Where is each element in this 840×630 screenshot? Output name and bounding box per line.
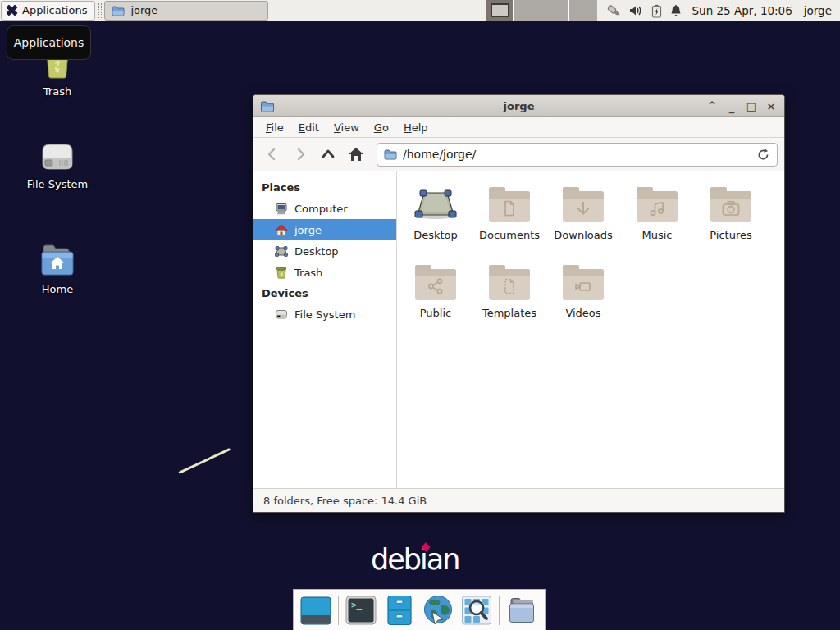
back-button[interactable] — [260, 142, 285, 167]
applications-menu-label: Applications — [22, 4, 87, 16]
menu-bar: File Edit View Go Help — [253, 117, 784, 138]
debian-logo-text: debian — [371, 543, 459, 576]
template-document-glyph-icon — [500, 277, 518, 295]
window-titlebar[interactable]: jorge ^ _ □ × — [253, 95, 784, 117]
window-title: jorge — [253, 100, 784, 112]
sidebar-item-desktop[interactable]: Desktop — [253, 240, 396, 262]
workspace-2[interactable] — [514, 0, 541, 21]
folder-label: Music — [642, 229, 673, 241]
app-finder-icon — [460, 594, 493, 627]
folder-item-downloads[interactable]: Downloads — [546, 180, 620, 258]
drive-icon — [275, 308, 288, 320]
folder-item-desktop[interactable]: Desktop — [399, 180, 472, 258]
folder-label: Pictures — [710, 229, 751, 241]
home-button[interactable] — [344, 142, 368, 167]
maximize-button[interactable]: □ — [745, 98, 758, 113]
sidebar-item-label: Trash — [294, 267, 322, 279]
folder-icon — [505, 594, 538, 627]
up-button[interactable] — [316, 142, 340, 167]
directory-menu-launcher[interactable] — [505, 594, 538, 627]
chevron-right-icon — [293, 147, 308, 162]
sidebar-item-file-system[interactable]: File System — [253, 304, 396, 325]
menu-file[interactable]: File — [258, 119, 291, 136]
volume-icon[interactable] — [629, 4, 644, 17]
file-cabinet-icon — [383, 594, 416, 627]
folder-label: Templates — [482, 307, 536, 319]
document-glyph-icon — [500, 199, 518, 217]
svg-text:>_: >_ — [351, 600, 363, 610]
desktop-special-icon — [413, 180, 458, 229]
workspace-4[interactable] — [569, 0, 597, 21]
folder-item-public[interactable]: Public — [399, 258, 472, 336]
folder-item-videos[interactable]: Videos — [546, 258, 620, 336]
home-icon — [347, 146, 365, 162]
show-desktop-launcher[interactable] — [299, 594, 332, 627]
sidebar-header-places: Places — [253, 177, 396, 198]
sidebar-header-devices: Devices — [253, 283, 396, 304]
sidebar-item-jorge[interactable]: jorge — [253, 219, 396, 240]
shade-button[interactable]: ^ — [705, 98, 719, 113]
folder-item-music[interactable]: Music — [620, 180, 694, 258]
bottom-dock: >_ — [293, 589, 546, 630]
terminal-launcher[interactable]: >_ — [345, 594, 377, 627]
workspace-3[interactable] — [541, 0, 569, 21]
path-bar[interactable] — [377, 143, 778, 167]
menu-help[interactable]: Help — [396, 119, 436, 136]
folder-icon — [563, 191, 604, 222]
desktop-icon-home[interactable]: Home — [15, 236, 100, 295]
sidebar-item-trash[interactable]: Trash — [253, 262, 396, 283]
sidebar-item-computer[interactable]: Computer — [253, 198, 396, 219]
download-arrow-glyph-icon — [574, 199, 592, 217]
sidebar-item-label: File System — [294, 308, 355, 321]
taskbar-window-button[interactable]: jorge — [104, 1, 268, 21]
path-input[interactable] — [403, 148, 751, 161]
file-list: Desktop Documents Down — [397, 171, 784, 488]
desktop-icon-file-system[interactable]: File System — [15, 131, 100, 190]
sidebar-item-label: jorge — [294, 224, 322, 236]
panel-handle[interactable] — [98, 3, 102, 18]
system-tray — [605, 3, 682, 18]
panel-clock[interactable]: Sun 25 Apr, 10:06 — [692, 4, 792, 17]
status-bar-text: 8 folders, Free space: 14.4 GiB — [263, 495, 427, 507]
terminal-icon: >_ — [345, 594, 377, 627]
folder-icon — [710, 191, 751, 222]
file-manager-launcher[interactable] — [383, 594, 416, 627]
minimize-button[interactable]: _ — [725, 98, 738, 113]
applications-menu-button[interactable]: Applications — [1, 1, 95, 21]
workspace-window-thumb — [491, 3, 509, 17]
network-icon[interactable] — [605, 3, 622, 18]
applications-tooltip: Applications — [7, 25, 91, 60]
folder-icon — [384, 148, 397, 160]
toolbar — [253, 138, 784, 171]
forward-button[interactable] — [288, 142, 313, 167]
battery-icon[interactable] — [651, 4, 662, 18]
applications-tooltip-text: Applications — [14, 36, 84, 49]
folder-icon — [563, 269, 604, 300]
application-finder-launcher[interactable] — [460, 594, 493, 627]
dock-separator — [338, 596, 339, 625]
share-glyph-icon — [427, 277, 445, 295]
folder-label: Desktop — [413, 229, 458, 241]
folder-item-documents[interactable]: Documents — [472, 180, 546, 258]
folder-label: Downloads — [554, 229, 612, 241]
home-folder-icon — [37, 236, 78, 279]
menu-view[interactable]: View — [326, 119, 367, 136]
menu-edit[interactable]: Edit — [291, 119, 326, 136]
desktop-icon-label: File System — [27, 178, 88, 190]
desktop-icon-label: Trash — [43, 85, 71, 98]
sidebar-item-label: Computer — [294, 203, 348, 215]
reload-icon[interactable] — [756, 148, 770, 162]
chevron-left-icon — [265, 147, 280, 162]
sidebar: Places Computer jorge — [253, 171, 397, 488]
close-button[interactable]: × — [765, 98, 778, 113]
notifications-bell-icon[interactable] — [669, 4, 682, 18]
panel-username: jorge — [804, 4, 832, 17]
menu-go[interactable]: Go — [367, 119, 396, 136]
workspace-1[interactable] — [486, 0, 514, 21]
web-browser-launcher[interactable] — [422, 594, 454, 627]
folder-icon — [415, 269, 456, 300]
folder-item-pictures[interactable]: Pictures — [694, 180, 768, 258]
globe-browser-icon — [422, 594, 454, 627]
folder-item-templates[interactable]: Templates — [472, 258, 546, 336]
taskbar-window-label: jorge — [130, 4, 158, 16]
